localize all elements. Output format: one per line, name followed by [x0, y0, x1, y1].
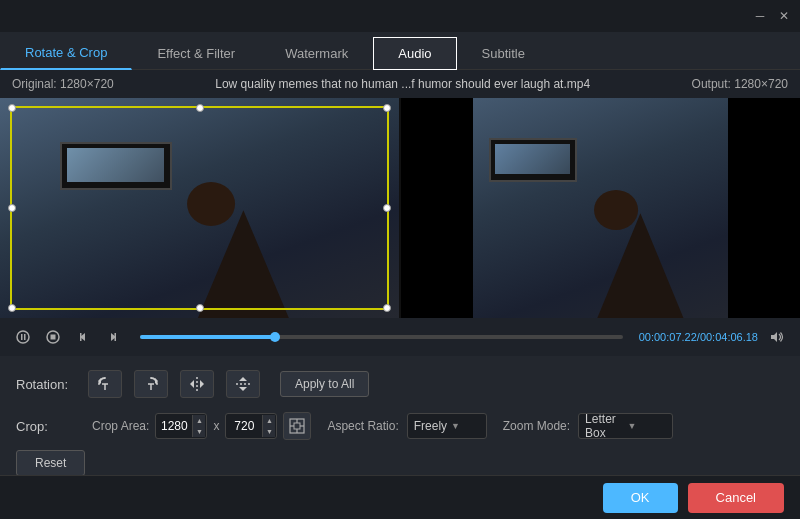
info-bar: Original: 1280×720 Low quality memes tha… [0, 70, 800, 98]
crop-area-group: Crop Area: ▲ ▼ x ▲ ▼ [92, 412, 311, 440]
next-frame-button[interactable] [102, 326, 124, 348]
rotation-row: Rotation: Apply to All [16, 370, 784, 398]
svg-rect-27 [294, 423, 300, 429]
rotate-left-button[interactable] [88, 370, 122, 398]
flip-horizontal-button[interactable] [180, 370, 214, 398]
footer: OK Cancel [0, 475, 800, 519]
aspect-label: Aspect Ratio: [327, 419, 398, 433]
svg-point-0 [17, 331, 29, 343]
close-button[interactable]: ✕ [776, 8, 792, 24]
crop-width-input[interactable]: ▲ ▼ [155, 413, 207, 439]
svg-marker-9 [771, 332, 777, 342]
black-bar-left [401, 98, 473, 318]
video-panel-left [0, 98, 399, 318]
filename-label: Low quality memes that no human ...f hum… [114, 77, 692, 91]
cancel-button[interactable]: Cancel [688, 483, 784, 513]
svg-marker-21 [239, 387, 247, 391]
tv-screen-right [495, 144, 570, 174]
tv-right [489, 138, 577, 182]
zoom-mode-select[interactable]: Letter Box ▼ [578, 413, 673, 439]
title-bar: ─ ✕ [0, 0, 800, 32]
video-mock-right [401, 98, 800, 318]
tab-audio[interactable]: Audio [373, 37, 456, 70]
svg-rect-4 [51, 335, 56, 340]
crop-label: Crop: [16, 419, 76, 434]
time-current: 00:00:07.22 [639, 331, 697, 343]
svg-rect-2 [24, 334, 26, 340]
svg-rect-1 [21, 334, 23, 340]
video-mock-left [0, 98, 399, 318]
ok-button[interactable]: OK [603, 483, 678, 513]
tab-rotate-crop[interactable]: Rotate & Crop [0, 36, 132, 70]
aspect-arrow-icon: ▼ [451, 421, 480, 431]
zoom-value: Letter Box [585, 412, 624, 440]
volume-button[interactable] [766, 326, 788, 348]
controls-panel: Rotation: Apply to All Crop: Crop Area: … [0, 356, 800, 486]
svg-marker-18 [200, 380, 204, 388]
crop-row: Crop: Crop Area: ▲ ▼ x ▲ ▼ [16, 412, 784, 440]
width-spin-up[interactable]: ▲ [192, 415, 205, 426]
tab-bar: Rotate & Crop Effect & Filter Watermark … [0, 32, 800, 70]
x-separator: x [213, 419, 219, 433]
time-total: 00:04:06.18 [700, 331, 758, 343]
prev-frame-button[interactable] [72, 326, 94, 348]
tab-watermark[interactable]: Watermark [260, 37, 373, 70]
person-head-left [188, 182, 236, 226]
crop-height-input[interactable]: ▲ ▼ [225, 413, 277, 439]
original-size-label: Original: 1280×720 [12, 77, 114, 91]
reset-button[interactable]: Reset [16, 450, 85, 476]
stop-button[interactable] [42, 326, 64, 348]
zoom-mode-group: Zoom Mode: Letter Box ▼ [503, 413, 673, 439]
playback-bar: 00:00:07.22/00:04:06.18 [0, 318, 800, 356]
svg-marker-17 [190, 380, 194, 388]
tab-subtitle[interactable]: Subtitle [457, 37, 550, 70]
svg-rect-8 [115, 333, 117, 341]
video-panel-right [401, 98, 800, 318]
height-spin-down[interactable]: ▼ [262, 426, 275, 437]
flip-vertical-button[interactable] [226, 370, 260, 398]
crop-area-label: Crop Area: [92, 419, 149, 433]
svg-rect-6 [80, 333, 82, 341]
time-display: 00:00:07.22/00:04:06.18 [639, 331, 758, 343]
tv-left [60, 142, 172, 190]
play-button[interactable] [12, 326, 34, 348]
height-spin-btns: ▲ ▼ [262, 415, 275, 437]
zoom-arrow-icon: ▼ [628, 421, 667, 431]
output-size-label: Output: 1280×720 [692, 77, 788, 91]
tab-effect-filter[interactable]: Effect & Filter [132, 37, 260, 70]
svg-marker-20 [239, 377, 247, 381]
aspect-value: Freely [414, 419, 447, 433]
black-bar-right [728, 98, 800, 318]
zoom-label: Zoom Mode: [503, 419, 570, 433]
width-spin-btns: ▲ ▼ [192, 415, 205, 437]
apply-to-all-button[interactable]: Apply to All [280, 371, 369, 397]
video-area [0, 98, 800, 318]
rotate-right-button[interactable] [134, 370, 168, 398]
width-spin-down[interactable]: ▼ [192, 426, 205, 437]
height-spin-up[interactable]: ▲ [262, 415, 275, 426]
aspect-ratio-select[interactable]: Freely ▼ [407, 413, 487, 439]
rotation-label: Rotation: [16, 377, 76, 392]
progress-bar[interactable] [140, 335, 623, 339]
crop-center-button[interactable] [283, 412, 311, 440]
aspect-ratio-group: Aspect Ratio: Freely ▼ [327, 413, 486, 439]
progress-fill [140, 335, 275, 339]
person-head-right [595, 190, 639, 230]
minimize-button[interactable]: ─ [752, 8, 768, 24]
progress-thumb[interactable] [270, 332, 280, 342]
tv-screen-left [67, 148, 164, 181]
